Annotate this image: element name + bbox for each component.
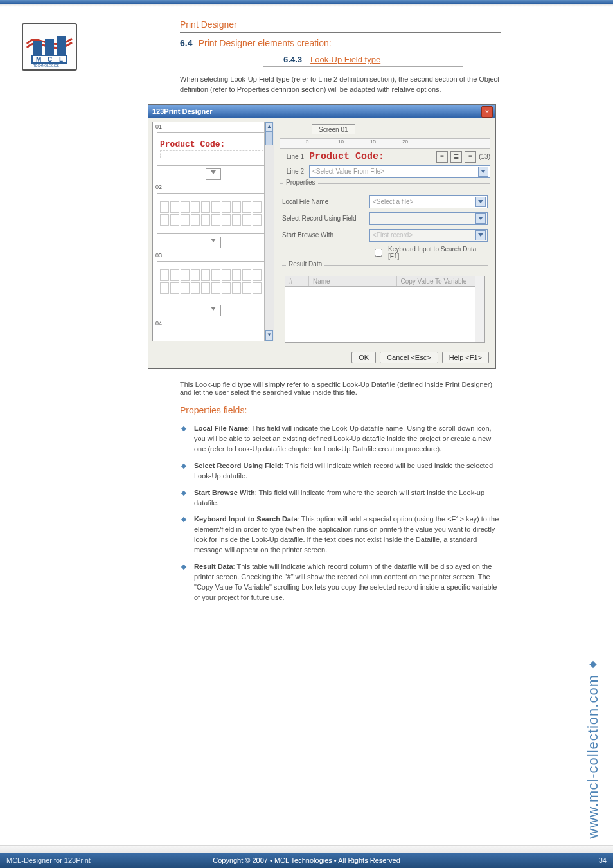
screen-index: 02 [153,183,274,192]
chapter-line: 6.4 Print Designer elements creation: [180,38,501,48]
svg-rect-10 [181,490,186,495]
flow-arrow-icon [206,168,221,180]
help-button[interactable]: Help <F1> [442,352,489,363]
local-file-value: <Select a file> [373,198,413,205]
svg-rect-13 [589,661,596,668]
properties-pane: Screen 01 5101520 Line 1 Product Code: ≡… [280,124,490,348]
keyboard-input-checkbox[interactable] [375,249,382,257]
footer-page-number: 34 [592,853,613,868]
screen-tab[interactable]: Screen 01 [312,124,355,134]
list-item-text: Select Record Using Field: This field wi… [194,461,504,482]
designer-screenshot: 123Print Designer × ▲ ▼ 01 Product Code:… [148,104,496,369]
start-browse-value: <First record> [373,231,413,239]
line2-type-select[interactable]: <Select Value From File> [309,165,490,178]
line2-label: Line 2 [280,168,304,175]
ok-button[interactable]: OK [351,352,376,363]
chevron-down-icon [478,167,488,177]
local-file-label: Local File Name [282,198,364,205]
footer-divider [0,845,613,853]
start-browse-label: Start Browse With [282,231,364,239]
screen-index: 04 [153,319,274,328]
mcl-logo: M C L TECHNOLOGIES [22,23,77,71]
product-code-label: Product Code: [157,140,269,149]
char-count: (13) [479,153,490,160]
line2-type-value: <Select Value From File> [312,168,384,175]
list-item: Local File Name: This field will indicat… [180,424,504,455]
scroll-thumb[interactable] [265,131,273,145]
list-item-text: Start Browse With: This field will indic… [194,488,504,509]
footer-left: MCL-Designer for 123Print [0,853,97,868]
chevron-down-icon [475,213,486,224]
intro-paragraph: When selecting Look-Up Field type (refer… [180,75,504,95]
select-record-select[interactable] [369,212,488,225]
properties-fields-title: Properties fields: [180,405,289,417]
chapter-number: 6.4 [180,38,192,48]
subsection-name: Look-Up Field type [310,55,380,64]
list-item-key: Local File Name [194,424,248,432]
list-item-text: Result Data: This table will indicate wh… [194,562,504,603]
result-col-copy: Copy Value To Variable [397,276,485,286]
svg-rect-0 [33,41,42,55]
properties-bullet-list: Local File Name: This field will indicat… [180,424,504,603]
lead-paragraph: This Look-up field type will simply refe… [180,381,504,396]
svg-rect-2 [57,36,66,55]
list-item-key: Result Data [194,563,233,570]
bullet-icon [180,516,188,523]
list-item: Keyboard Input to Search Data: This opti… [180,514,504,556]
list-item-text: Keyboard Input to Search Data: This opti… [194,514,504,556]
align-left-icon[interactable]: ≡ [436,151,448,163]
screen-index: 01 [153,122,274,131]
line1-value: Product Code: [309,151,384,162]
start-browse-select[interactable]: <First record> [369,229,488,242]
lookup-placeholder [160,150,267,158]
cancel-button[interactable]: Cancel <Esc> [380,352,438,363]
screen-preview-pane: ▲ ▼ 01 Product Code: 02 03 04 [152,122,274,341]
side-url-text: www.mcl-collection.com [585,674,601,839]
result-data-table: # Name Copy Value To Variable [285,276,485,343]
result-data-label: Result Data [286,260,324,267]
properties-group-label: Properties [283,179,318,186]
scroll-down-icon[interactable]: ▼ [265,330,273,341]
align-center-icon[interactable]: ≣ [450,151,462,163]
svg-rect-1 [45,39,54,55]
svg-rect-8 [181,426,186,431]
screen-cell[interactable]: Product Code: [157,132,270,166]
chevron-down-icon [475,230,486,240]
list-item-text: Local File Name: This field will indicat… [194,424,504,455]
screen-cell[interactable] [157,193,270,234]
list-item-key: Keyboard Input to Search Data [194,515,298,523]
page-footer: MCL-Designer for 123Print Copyright © 20… [0,853,613,868]
local-file-select[interactable]: <Select a file> [369,195,488,208]
window-title: 123Print Designer [148,105,495,118]
table-scrollbar[interactable] [475,276,484,342]
close-icon[interactable]: × [481,106,493,118]
result-col-num: # [285,276,309,286]
bullet-icon [180,489,188,497]
result-col-name: Name [309,276,397,286]
list-item: Select Record Using Field: This field wi… [180,461,504,482]
svg-text:M: M [36,56,41,63]
align-right-icon[interactable]: ≡ [465,151,476,163]
chapter-title: Print Designer elements creation: [199,38,332,48]
lead-prefix: This Look-up field type will simply refe… [180,381,342,388]
side-url: www.mcl-collection.com [585,660,601,839]
keyboard-input-label: Keyboard Input to Search Data [F1] [388,246,488,260]
list-item-key: Start Browse With [194,489,255,496]
list-item-key: Select Record Using Field [194,462,281,469]
bullet-icon [180,462,188,470]
svg-rect-9 [181,463,186,468]
subsection-rule [263,66,463,67]
column-ruler: 5101520 [280,138,490,149]
footer-center: Copyright © 2007 • MCL Technologies • Al… [213,856,400,864]
lookup-datafile-term: Look-Up Datafile [342,381,395,388]
svg-text:L: L [59,56,63,63]
bullet-icon [589,660,598,669]
screen-cell[interactable] [157,261,270,302]
line1-label: Line 1 [280,153,304,160]
bullet-icon [180,563,188,571]
select-record-label: Select Record Using Field [282,215,364,222]
svg-rect-12 [181,565,186,570]
section-rule [180,32,501,33]
flow-arrow-icon [206,305,221,316]
chevron-down-icon [475,197,486,207]
